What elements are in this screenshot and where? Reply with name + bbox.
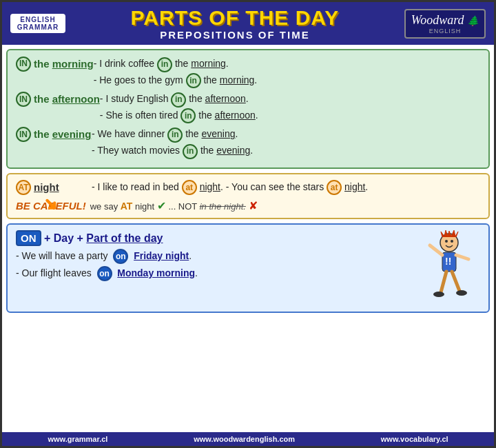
- night-ex1: - I like to read in bed at night.: [92, 181, 223, 192]
- orange-section: ➜ AT night - I like to read in bed at ni…: [6, 173, 490, 219]
- footer: www.grammar.cl www.woodwardenglish.com w…: [2, 432, 494, 446]
- be-careful-label: BE CAREFUL!: [16, 200, 86, 212]
- blue-title-plus: + Day +: [44, 232, 86, 244]
- evening-examples: - We have dinner in the evening. - They …: [92, 126, 480, 159]
- night-ex2: - You can see the stars at night.: [226, 181, 368, 192]
- in-badge-evening: IN: [16, 127, 31, 142]
- morning-label-text: the morning: [34, 56, 94, 72]
- morning-row: IN the morning - I drink coffee in the m…: [16, 56, 480, 88]
- svg-point-2: [451, 240, 453, 243]
- at-badge-ex2: at: [327, 180, 342, 195]
- blue-text-content: ON + Day + Part of the day - We will hav…: [16, 230, 413, 306]
- afternoon-label-text: the afternoon: [34, 91, 100, 108]
- page-title: PARTS OF THE DAY: [65, 6, 404, 29]
- at-highlight: AT: [121, 201, 133, 212]
- crossmark-icon: ✘: [249, 200, 258, 212]
- strikethrough-text: in the night.: [200, 201, 246, 212]
- svg-text:!!: !!: [445, 256, 451, 267]
- morning-examples: - I drink coffee in the morning. - He go…: [94, 56, 480, 88]
- in-badge-ex6: in: [183, 144, 198, 159]
- on-badge-1: on: [113, 249, 128, 264]
- in-badge-ex2: in: [186, 73, 201, 88]
- content-area: IN the morning - I drink coffee in the m…: [2, 45, 494, 432]
- english-label: ENGLISH: [20, 16, 55, 23]
- grammar-label: GRAMMAR: [17, 23, 59, 31]
- woodward-english: ENGLISH: [411, 28, 479, 34]
- evening-label: IN the evening: [16, 126, 92, 143]
- logo-area: Woodward 🌲 ENGLISH: [404, 9, 486, 39]
- in-badge-ex4: in: [180, 108, 196, 123]
- footer-link-3[interactable]: www.vocabulary.cl: [381, 435, 448, 443]
- evening-row: IN the evening - We have dinner in the e…: [16, 126, 480, 159]
- night-label: AT night: [16, 180, 92, 195]
- woodward-name: Woodward 🌲: [411, 13, 479, 28]
- in-badge-ex3: in: [171, 92, 186, 108]
- in-badge-ex1: in: [157, 57, 172, 72]
- header: ENGLISH GRAMMAR PARTS OF THE DAY PREPOSI…: [2, 2, 494, 45]
- checkmark-icon: ✔: [157, 200, 166, 212]
- night-label-text: night: [34, 181, 59, 193]
- svg-line-5: [456, 255, 468, 259]
- at-badge-night: AT: [16, 180, 31, 195]
- svg-line-7: [452, 272, 459, 291]
- morning-label: IN the morning: [16, 56, 94, 72]
- morning-ex1: - I drink coffee in the morning.: [94, 56, 480, 72]
- header-center: PARTS OF THE DAY PREPOSITIONS OF TIME: [65, 6, 404, 41]
- blue-title: ON + Day + Part of the day: [16, 230, 413, 246]
- on-badge-2: on: [97, 266, 112, 281]
- morning-ex2: - He goes to the gym in the morning.: [94, 72, 480, 89]
- green-section: IN the morning - I drink coffee in the m…: [6, 49, 490, 169]
- character-illustration: !!: [418, 230, 480, 306]
- svg-line-4: [430, 245, 442, 255]
- evening-ex1: - We have dinner in the evening.: [92, 126, 480, 143]
- svg-point-8: [433, 292, 444, 297]
- main-container: ENGLISH GRAMMAR PARTS OF THE DAY PREPOSI…: [0, 0, 496, 448]
- friday-night-text: Friday night: [134, 250, 189, 261]
- evening-ex2: - They watch movies in the evening.: [92, 143, 480, 159]
- page-subtitle: PREPOSITIONS OF TIME: [65, 29, 404, 41]
- blue-line1: - We will have a party on Friday night.: [16, 249, 413, 264]
- evening-label-text: the evening: [34, 126, 91, 143]
- svg-line-6: [441, 272, 446, 292]
- be-careful-row: BE CAREFUL! we say AT night ✔ ... NOT in…: [16, 199, 480, 212]
- night-examples: - I like to read in bed at night. - You …: [92, 180, 480, 195]
- in-badge-morning: IN: [16, 57, 31, 72]
- afternoon-examples: - I study English in the afternoon. - Sh…: [100, 91, 480, 123]
- afternoon-label: IN the afternoon: [16, 91, 100, 108]
- part-of-day-text: Part of the day: [86, 232, 163, 244]
- english-grammar-badge: ENGLISH GRAMMAR: [10, 14, 65, 33]
- footer-link-1[interactable]: www.grammar.cl: [48, 435, 107, 443]
- afternoon-ex2: - She is often tired in the afternoon.: [100, 108, 480, 124]
- afternoon-ex1: - I study English in the afternoon.: [100, 91, 480, 108]
- on-text: ON: [16, 230, 41, 246]
- afternoon-row: IN the afternoon - I study English in th…: [16, 91, 480, 123]
- night-row: AT night - I like to read in bed at nigh…: [16, 180, 480, 195]
- in-badge-afternoon: IN: [16, 92, 31, 107]
- footer-link-2[interactable]: www.woodwardenglish.com: [194, 435, 295, 443]
- blue-section: ON + Day + Part of the day - We will hav…: [6, 223, 490, 313]
- svg-point-1: [445, 240, 448, 243]
- blue-line2: - Our flight leaves on Monday morning.: [16, 266, 413, 281]
- in-badge-ex5: in: [167, 128, 183, 143]
- be-careful-content: we say AT night ✔ ... NOT in the night. …: [90, 199, 258, 212]
- svg-point-9: [456, 290, 467, 296]
- monday-morning-text: Monday morning: [117, 267, 195, 278]
- woodward-logo: Woodward 🌲 ENGLISH: [404, 9, 486, 39]
- at-badge-ex1: at: [182, 180, 197, 195]
